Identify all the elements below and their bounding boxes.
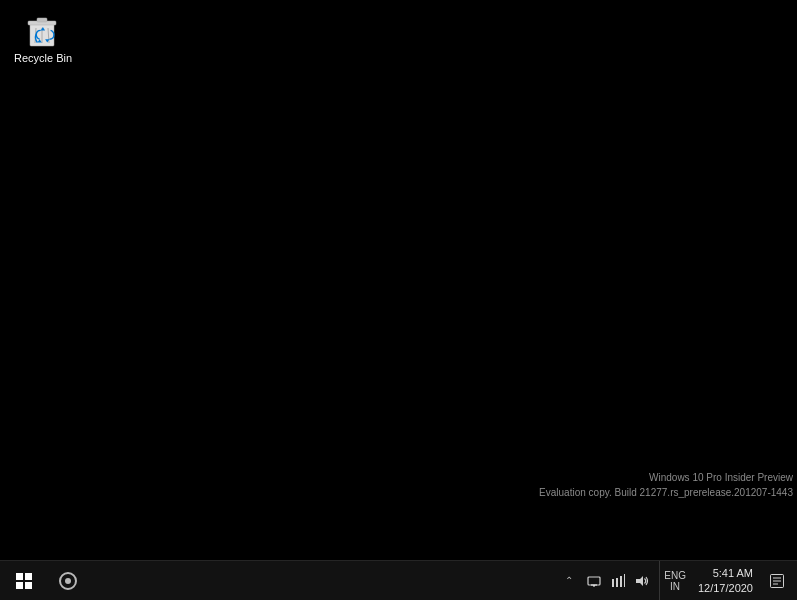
watermark: Windows 10 Pro Insider Preview Evaluatio… (539, 470, 793, 500)
clock[interactable]: 5:41 AM 12/17/2020 (690, 561, 761, 601)
svg-rect-2 (37, 18, 47, 22)
volume-icon[interactable] (633, 574, 651, 588)
system-tray: ⌃ (561, 561, 797, 601)
clock-time: 5:41 AM (713, 566, 753, 580)
language-in: IN (670, 581, 680, 592)
svg-rect-11 (620, 576, 622, 587)
taskbar: ⌃ (0, 560, 797, 600)
notifications-icon[interactable] (585, 574, 603, 588)
svg-marker-13 (636, 576, 643, 586)
windows-icon (16, 573, 32, 589)
watermark-line1: Windows 10 Pro Insider Preview (539, 470, 793, 485)
svg-rect-12 (624, 574, 625, 587)
clock-date: 12/17/2020 (698, 581, 753, 595)
notification-center-button[interactable] (761, 561, 793, 601)
chevron-icon: ⌃ (565, 575, 573, 586)
watermark-line2: Evaluation copy. Build 21277.rs_prerelea… (539, 485, 793, 500)
svg-rect-6 (588, 577, 600, 585)
cortana-button[interactable] (48, 561, 88, 601)
svg-rect-9 (612, 579, 614, 587)
language-eng: ENG (664, 570, 686, 581)
desktop: Recycle Bin Windows 10 Pro Insider Previ… (0, 0, 797, 560)
recycle-bin-icon[interactable]: Recycle Bin (8, 8, 78, 69)
start-button[interactable] (0, 561, 48, 601)
tray-chevron[interactable]: ⌃ (561, 561, 577, 601)
recycle-bin-image (25, 12, 61, 48)
svg-rect-10 (616, 578, 618, 587)
cortana-icon (59, 572, 77, 590)
recycle-bin-label: Recycle Bin (14, 52, 72, 65)
language-indicator[interactable]: ENG IN (660, 561, 690, 601)
tray-icons (577, 561, 660, 601)
network-icon[interactable] (609, 574, 627, 588)
